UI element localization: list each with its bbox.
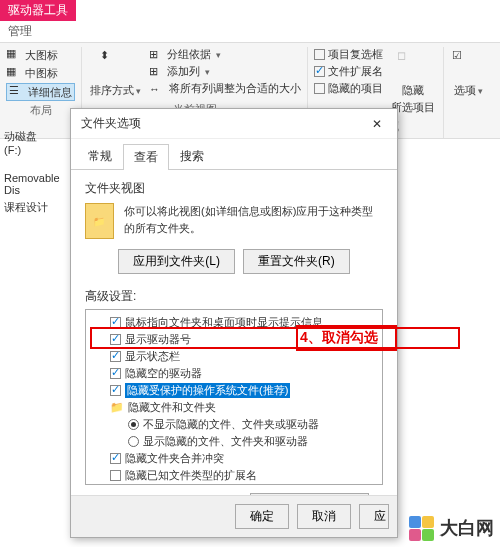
tree-item-hide-protected[interactable]: 隐藏受保护的操作系统文件(推荐) [125, 383, 290, 398]
sidebar-drive[interactable]: 动磁盘 (F:) [0, 127, 60, 158]
group-by[interactable]: ⊞ 分组依据 [149, 47, 301, 62]
large-icon-icon: ▦ [6, 47, 22, 63]
sort-by-button[interactable]: ⬍ 排序方式 [88, 47, 143, 100]
sort-icon: ⬍ [100, 49, 132, 81]
folder-view-heading: 文件夹视图 [85, 180, 383, 197]
tab-search[interactable]: 搜索 [169, 143, 215, 169]
sidebar: 动磁盘 (F:) Removable Dis 课程设计 [0, 127, 60, 217]
tree-radio[interactable] [128, 419, 139, 430]
manage-tab[interactable]: 管理 [0, 21, 500, 43]
checkbox-icon [314, 49, 325, 60]
watermark: 大白网 [408, 515, 494, 541]
tree-checkbox[interactable] [110, 470, 121, 481]
advanced-label: 高级设置: [85, 288, 383, 305]
hide-selected-button[interactable]: ◻ 隐藏 所选项目 [389, 47, 437, 117]
layout-label: 布局 [30, 101, 52, 122]
tree-checkbox[interactable] [110, 317, 121, 328]
group-icon: ⊞ [149, 48, 158, 61]
view-large-icons[interactable]: ▦大图标 [6, 47, 75, 63]
reset-folders-button[interactable]: 重置文件夹(R) [243, 249, 350, 274]
tab-view[interactable]: 查看 [123, 144, 169, 170]
sidebar-course[interactable]: 课程设计 [0, 198, 60, 217]
tree-checkbox[interactable] [110, 453, 121, 464]
tab-general[interactable]: 常规 [77, 143, 123, 169]
apply-to-folders-button[interactable]: 应用到文件夹(L) [118, 249, 235, 274]
folder-view-text: 你可以将此视图(如详细信息或图标)应用于这种类型的所有文件夹。 [124, 203, 383, 236]
add-column[interactable]: ⊞ 添加列 [149, 64, 301, 79]
watermark-icon [408, 515, 434, 541]
apply-button[interactable]: 应 [359, 504, 389, 529]
cancel-button[interactable]: 取消 [297, 504, 351, 529]
view-details[interactable]: ☰详细信息 [6, 83, 75, 101]
options-icon: ☑ [452, 49, 484, 81]
hidden-items-toggle[interactable]: 隐藏的项目 [314, 81, 383, 96]
tree-checkbox[interactable] [110, 351, 121, 362]
folder-node-icon: 📁 [110, 401, 124, 414]
context-tab: 驱动器工具 [0, 0, 76, 21]
dialog-tabs: 常规 查看 搜索 [71, 143, 397, 170]
hide-icon: ◻ [397, 49, 429, 81]
tree-radio[interactable] [128, 436, 139, 447]
close-button[interactable]: ✕ [367, 117, 387, 131]
annotation-text: 4、取消勾选 [300, 329, 378, 347]
add-column-icon: ⊞ [149, 65, 158, 78]
sidebar-removable[interactable]: Removable Dis [0, 170, 60, 198]
medium-icon-icon: ▦ [6, 65, 22, 81]
view-medium-icons[interactable]: ▦中图标 [6, 65, 75, 81]
details-icon: ☰ [9, 84, 25, 100]
folder-options-dialog: 文件夹选项 ✕ 常规 查看 搜索 文件夹视图 📁 你可以将此视图(如详细信息或图… [70, 108, 398, 538]
tree-checkbox[interactable] [110, 368, 121, 379]
ok-button[interactable]: 确定 [235, 504, 289, 529]
dialog-title: 文件夹选项 [81, 115, 141, 132]
folder-icon: 📁 [85, 203, 114, 239]
tree-checkbox[interactable] [110, 334, 121, 345]
tree-checkbox-hide-protected[interactable] [110, 385, 121, 396]
file-ext-toggle[interactable]: 文件扩展名 [314, 64, 383, 79]
checkbox-icon [314, 66, 325, 77]
item-checkbox-toggle[interactable]: 项目复选框 [314, 47, 383, 62]
fit-all-columns[interactable]: ↔ 将所有列调整为合适的大小 [149, 81, 301, 96]
checkbox-icon [314, 83, 325, 94]
options-button[interactable]: ☑ 选项 [450, 47, 486, 100]
fitcol-icon: ↔ [149, 83, 160, 95]
